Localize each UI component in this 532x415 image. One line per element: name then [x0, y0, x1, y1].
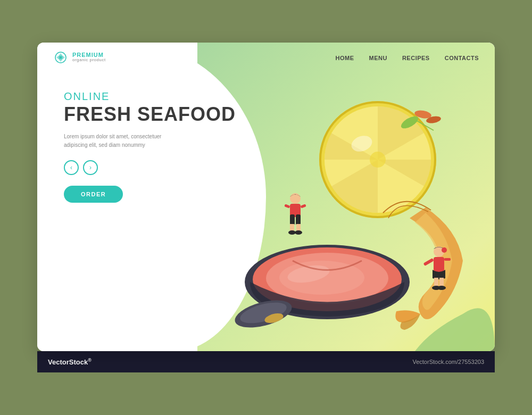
logo-sub: organic product — [72, 58, 106, 63]
svg-point-25 — [288, 230, 296, 235]
prev-arrow[interactable]: ‹ — [64, 160, 79, 175]
next-arrow[interactable]: › — [83, 160, 98, 175]
svg-rect-22 — [296, 214, 301, 225]
hero-content: ONLINE FRESH SEAFOOD Lorem ipsum dolor s… — [64, 90, 236, 203]
svg-point-4 — [370, 152, 386, 168]
order-button[interactable]: ORDER — [64, 186, 123, 203]
lemon-slice — [319, 101, 436, 218]
svg-rect-37 — [444, 258, 451, 261]
logo-text: PREMIUM organic product — [72, 52, 106, 63]
logo: PREMIUM organic product — [53, 50, 106, 65]
svg-rect-28 — [301, 204, 306, 208]
svg-rect-36 — [423, 258, 434, 266]
seafood-illustration — [192, 90, 495, 351]
desc-line2: adipiscing elit, sed diam nonummy — [64, 142, 145, 148]
main-card: PREMIUM organic product HOME MENU RECIPE… — [37, 43, 495, 351]
carousel-arrows: ‹ › — [64, 160, 236, 175]
online-label: ONLINE — [64, 90, 236, 103]
nav-item-recipes[interactable]: RECIPES — [402, 53, 430, 62]
watermark-bar: VectorStock® VectorStock.com/27553203 — [37, 351, 495, 372]
vectorstock-brand-left: VectorStock® — [48, 358, 92, 366]
svg-rect-31 — [434, 257, 444, 272]
nav-item-home[interactable]: HOME — [336, 53, 354, 62]
logo-icon — [53, 50, 68, 65]
nav-links: HOME MENU RECIPES CONTACTS — [336, 53, 479, 62]
svg-rect-27 — [284, 204, 290, 208]
svg-point-30 — [442, 247, 447, 253]
svg-rect-21 — [290, 214, 295, 225]
person1 — [284, 193, 306, 235]
desc-line1: Lorem ipsum dolor sit amet, consectetuer — [64, 134, 161, 139]
svg-point-1 — [60, 56, 62, 59]
nav-item-contacts[interactable]: CONTACTS — [445, 53, 479, 62]
main-title: FRESH SEAFOOD — [64, 104, 236, 125]
navbar: PREMIUM organic product HOME MENU RECIPE… — [37, 43, 495, 72]
description: Lorem ipsum dolor sit amet, consectetuer… — [64, 132, 181, 150]
svg-point-35 — [437, 286, 446, 290]
vectorstock-url: VectorStock.com/27553203 — [412, 359, 484, 365]
svg-point-19 — [290, 193, 301, 204]
nav-item-menu[interactable]: MENU — [369, 53, 387, 62]
svg-point-26 — [295, 230, 302, 235]
